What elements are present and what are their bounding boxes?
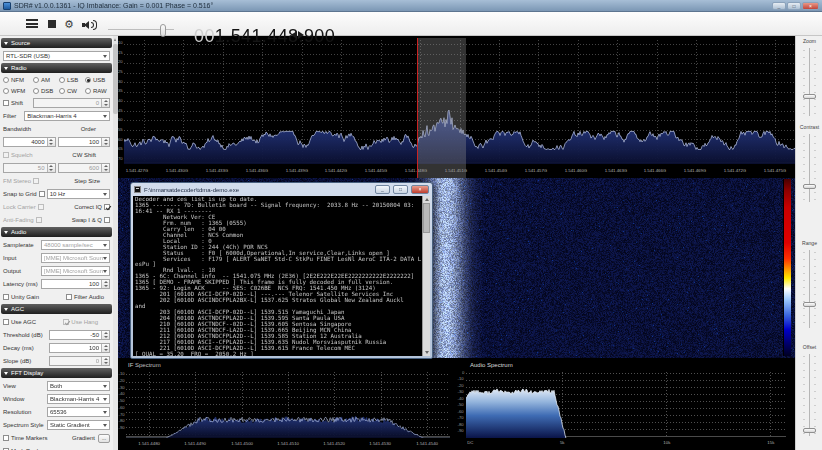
- mode-usb[interactable]: USB: [85, 76, 110, 84]
- spectrum-style-select[interactable]: Static Gradient: [47, 420, 110, 430]
- time-markers-checkbox[interactable]: [3, 435, 9, 441]
- agc-panel-header[interactable]: AGC: [1, 304, 112, 314]
- zoom-slider[interactable]: [803, 48, 816, 116]
- fm-stereo-label: FM Stereo: [3, 178, 31, 184]
- slope-field[interactable]: 0: [49, 356, 110, 366]
- fft-window-select[interactable]: Blackman-Harris 4: [47, 394, 110, 404]
- frequency-display[interactable]: 001.541.448.900: [194, 24, 335, 48]
- audio-input-select[interactable]: [MME] Microsoft Soun: [41, 253, 110, 263]
- spinner-icon[interactable]: [101, 164, 109, 172]
- shift-field[interactable]: 0: [33, 98, 110, 108]
- audio-panel-header[interactable]: Audio: [1, 227, 112, 237]
- order-field[interactable]: 100: [58, 137, 111, 147]
- fft-display-panel-header[interactable]: FFT Display: [1, 368, 112, 378]
- contrast-slider-thumb[interactable]: [803, 184, 816, 189]
- tuned-frequency-line[interactable]: [417, 38, 418, 178]
- range-slider-thumb[interactable]: [803, 302, 816, 307]
- scroll-up-icon[interactable]: [425, 198, 429, 201]
- audio-y-axis: 0-10-20-30-40-50-60-70-80-90: [450, 370, 464, 434]
- console-titlebar[interactable]: F:\inmarsatdecoder\tdma-demo.exe _ □ ×: [131, 183, 432, 196]
- speaker-icon[interactable]: [82, 19, 97, 30]
- squelch-checkbox[interactable]: [3, 152, 9, 158]
- console-window[interactable]: F:\inmarsatdecoder\tdma-demo.exe _ □ × D…: [130, 182, 433, 359]
- sidebar-scrollbar[interactable]: [113, 36, 118, 450]
- use-hang-checkbox[interactable]: [63, 319, 69, 325]
- view-select[interactable]: Both: [47, 381, 110, 391]
- correct-iq-checkbox[interactable]: [104, 204, 110, 210]
- swap-iq-checkbox[interactable]: [104, 217, 110, 223]
- console-minimize-button[interactable]: _: [375, 185, 390, 194]
- if-spectrum-plot[interactable]: [126, 370, 450, 438]
- audio-output-select[interactable]: [MME] Microsoft Soun: [41, 266, 110, 276]
- mode-cw[interactable]: CW: [59, 87, 85, 95]
- volume-slider[interactable]: [108, 29, 174, 30]
- scrollbar-thumb[interactable]: [423, 203, 430, 233]
- lock-carrier-checkbox[interactable]: [38, 204, 44, 210]
- threshold-field[interactable]: -50: [49, 330, 110, 340]
- contrast-slider[interactable]: [803, 134, 816, 202]
- scrollbar-thumb[interactable]: [113, 44, 118, 114]
- mode-am[interactable]: AM: [33, 76, 59, 84]
- console-app-icon: [134, 186, 141, 193]
- spinner-icon[interactable]: [101, 357, 109, 365]
- snap-to-grid-checkbox[interactable]: [39, 191, 45, 197]
- maximize-button[interactable]: □: [787, 2, 801, 10]
- spectrum-style-label: Spectrum Style: [3, 422, 45, 428]
- tuning-selection-band[interactable]: [417, 38, 466, 178]
- gradient-button[interactable]: ...: [98, 434, 110, 443]
- fm-stereo-checkbox[interactable]: [33, 178, 39, 184]
- spinner-icon[interactable]: [101, 344, 109, 352]
- close-button[interactable]: ×: [802, 2, 819, 10]
- range-slider[interactable]: [803, 250, 816, 328]
- menu-icon[interactable]: [26, 19, 38, 29]
- resolution-select[interactable]: 65536: [47, 407, 110, 417]
- collapse-arrow-icon: [4, 231, 8, 234]
- spinner-icon[interactable]: [101, 138, 109, 146]
- spinner-icon[interactable]: [101, 99, 109, 107]
- settings-gear-icon[interactable]: ⚙: [64, 17, 74, 31]
- mode-raw[interactable]: RAW: [85, 87, 110, 95]
- frequency-step-down-icon[interactable]: [291, 31, 297, 39]
- spinner-icon[interactable]: [101, 280, 109, 288]
- unity-gain-checkbox[interactable]: [3, 294, 9, 300]
- bandwidth-field[interactable]: 4000: [3, 137, 56, 147]
- volume-slider-thumb[interactable]: [160, 24, 166, 37]
- shift-checkbox[interactable]: [3, 100, 9, 106]
- scroll-down-icon[interactable]: [425, 351, 429, 354]
- filter-select[interactable]: Blackman-Harris 4: [24, 111, 110, 121]
- samplerate-select[interactable]: 48000 sample/sec: [41, 240, 110, 250]
- squelch-field[interactable]: 50: [3, 163, 56, 173]
- source-device-select[interactable]: RTL-SDR (USB): [3, 51, 110, 61]
- audio-output-value: [MME] Microsoft Soun: [44, 268, 103, 274]
- step-size-select[interactable]: 10 Hz: [47, 189, 110, 199]
- offset-slider[interactable]: [803, 354, 816, 436]
- spinner-icon[interactable]: [47, 164, 55, 172]
- stop-button[interactable]: [48, 20, 56, 28]
- spinner-icon[interactable]: [47, 138, 55, 146]
- if-x-axis: 1.541.44801.541.44901.541.45001.541.4510…: [126, 440, 450, 449]
- window-titlebar: SDR# v1.0.0.1361 - IQ Imbalance: Gain = …: [0, 0, 822, 12]
- latency-field[interactable]: 100: [41, 279, 110, 289]
- offset-slider-thumb[interactable]: [803, 428, 816, 433]
- mode-lsb[interactable]: LSB: [59, 76, 85, 84]
- filter-audio-checkbox[interactable]: [66, 294, 72, 300]
- minimize-button[interactable]: _: [772, 2, 786, 10]
- spinner-icon[interactable]: [101, 331, 109, 339]
- console-scrollbar[interactable]: [422, 196, 430, 356]
- scroll-up-icon[interactable]: [114, 38, 116, 41]
- frequency-step-up-icon[interactable]: [298, 31, 304, 39]
- mode-nfm[interactable]: NFM: [3, 76, 33, 84]
- source-panel-header[interactable]: Source: [1, 38, 112, 48]
- cw-shift-field[interactable]: 600: [58, 163, 111, 173]
- mode-wfm[interactable]: WFM: [3, 87, 33, 95]
- audio-spectrum-plot[interactable]: [466, 370, 786, 438]
- decay-field[interactable]: 100: [49, 343, 110, 353]
- use-agc-checkbox[interactable]: [3, 319, 9, 325]
- radio-panel-header[interactable]: Radio: [1, 63, 112, 73]
- window-title: SDR# v1.0.0.1361 - IQ Imbalance: Gain = …: [14, 2, 769, 9]
- mode-dsb[interactable]: DSB: [33, 87, 59, 95]
- anti-fading-checkbox[interactable]: [36, 217, 42, 223]
- console-close-button[interactable]: ×: [411, 185, 429, 194]
- console-maximize-button[interactable]: □: [393, 185, 408, 194]
- zoom-slider-thumb[interactable]: [803, 94, 816, 99]
